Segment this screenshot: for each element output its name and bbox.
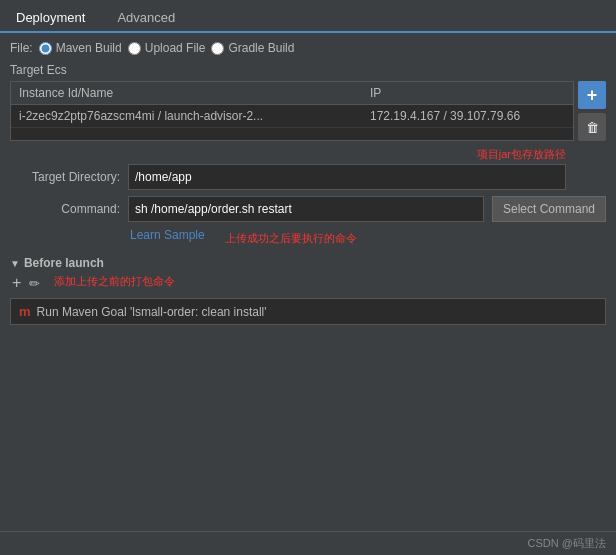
cell-ip: 172.19.4.167 / 39.107.79.66 xyxy=(370,109,565,123)
instance-table: Instance Id/Name IP i-2zec9z2ptp76azscm4… xyxy=(10,81,574,141)
target-directory-input[interactable] xyxy=(128,164,566,190)
annotation-command-text: 上传成功之后要执行的命令 xyxy=(225,231,357,246)
tab-bar: Deployment Advanced xyxy=(0,0,616,33)
learn-sample-row: Learn Sample 上传成功之后要执行的命令 xyxy=(10,228,606,248)
target-directory-label: Target Directory: xyxy=(10,170,120,184)
file-label: File: xyxy=(10,41,33,55)
footer-credit: CSDN @码里法 xyxy=(528,536,606,551)
radio-gradle-input[interactable] xyxy=(211,42,224,55)
col-instance-header: Instance Id/Name xyxy=(19,86,370,100)
chevron-icon: ▼ xyxy=(10,258,20,269)
before-launch-header: ▼ Before launch xyxy=(10,256,606,270)
radio-maven-input[interactable] xyxy=(39,42,52,55)
edit-before-launch-button[interactable]: ✏ xyxy=(27,274,42,292)
launch-item[interactable]: m Run Maven Goal 'lsmall-order: clean in… xyxy=(10,298,606,325)
add-before-launch-button[interactable]: + xyxy=(10,274,23,292)
file-row: File: Maven Build Upload File Gradle Bui… xyxy=(10,41,606,55)
tab-deployment[interactable]: Deployment xyxy=(0,4,101,33)
content-area: File: Maven Build Upload File Gradle Bui… xyxy=(0,33,616,531)
table-header: Instance Id/Name IP xyxy=(11,82,573,105)
tab-advanced[interactable]: Advanced xyxy=(101,4,191,33)
before-launch-section: ▼ Before launch + ✏ 添加上传之前的打包命令 m Run Ma… xyxy=(10,256,606,325)
target-directory-row: Target Directory: xyxy=(10,164,606,190)
target-ecs-label: Target Ecs xyxy=(10,63,606,77)
before-launch-actions: + ✏ 添加上传之前的打包命令 xyxy=(10,274,606,292)
radio-upload-label: Upload File xyxy=(145,41,206,55)
select-command-button[interactable]: Select Command xyxy=(492,196,606,222)
table-row[interactable]: i-2zec9z2ptp76azscm4mi / launch-advisor-… xyxy=(11,105,573,128)
annotation-jar: 项目jar包存放路径 xyxy=(10,147,566,162)
delete-instance-button[interactable]: 🗑 xyxy=(578,113,606,141)
table-actions: + 🗑 xyxy=(578,81,606,141)
radio-maven-label: Maven Build xyxy=(56,41,122,55)
col-ip-header: IP xyxy=(370,86,565,100)
radio-upload-input[interactable] xyxy=(128,42,141,55)
footer: CSDN @码里法 xyxy=(0,531,616,555)
radio-gradle-label: Gradle Build xyxy=(228,41,294,55)
before-launch-label: Before launch xyxy=(24,256,104,270)
cell-instance: i-2zec9z2ptp76azscm4mi / launch-advisor-… xyxy=(19,109,370,123)
command-row: Command: Select Command xyxy=(10,196,606,222)
annotation-before-build-text: 添加上传之前的打包命令 xyxy=(54,274,175,292)
main-container: Deployment Advanced File: Maven Build Up… xyxy=(0,0,616,555)
radio-maven[interactable]: Maven Build xyxy=(39,41,122,55)
radio-gradle[interactable]: Gradle Build xyxy=(211,41,294,55)
annotation-jar-text: 项目jar包存放路径 xyxy=(477,147,566,162)
learn-sample-link[interactable]: Learn Sample xyxy=(130,228,205,242)
table-body: i-2zec9z2ptp76azscm4mi / launch-advisor-… xyxy=(11,105,573,140)
command-label: Command: xyxy=(10,202,120,216)
radio-upload[interactable]: Upload File xyxy=(128,41,206,55)
launch-item-label: Run Maven Goal 'lsmall-order: clean inst… xyxy=(37,305,267,319)
command-input[interactable] xyxy=(128,196,484,222)
add-instance-button[interactable]: + xyxy=(578,81,606,109)
maven-icon: m xyxy=(19,304,31,319)
